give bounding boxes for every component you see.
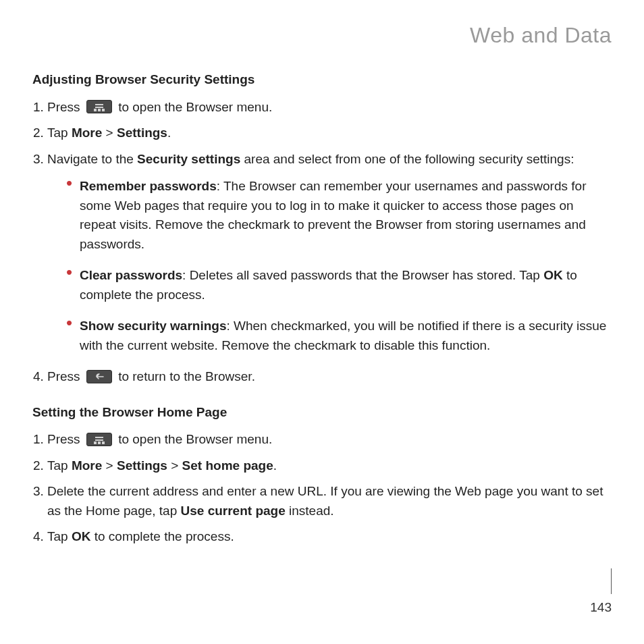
text: area and select from one of the followin… [240,152,574,166]
text: > [102,126,117,140]
page-number: 143 [590,598,612,618]
bullet-item: Remember passwords: The Browser can reme… [66,177,612,254]
label-ok: OK [543,268,563,282]
label-more: More [72,126,102,140]
text: Navigate to the [47,152,137,166]
label-settings: Settings [117,126,167,140]
bullet-item: Clear passwords: Deletes all saved passw… [66,266,612,304]
step-item: Press to open the Browser menu. [47,430,612,450]
text: Tap [47,126,72,140]
step-item: Press to open the Browser menu. [47,98,612,117]
label-set-home-page: Set home page [182,458,273,473]
text: . [167,126,171,140]
step-item: Tap OK to complete the process. [47,527,612,547]
text: instead. [286,504,334,518]
back-key-icon [86,370,112,383]
label-ok: OK [72,529,91,543]
label-use-current-page: Use current page [181,504,286,518]
label-more: More [72,458,102,473]
steps-list-security: Press to open the Browser menu. Tap More… [32,98,612,387]
text: to complete the process. [90,529,234,543]
bullet-item: Show security warnings: When checkmarked… [66,317,612,355]
text: Press [47,369,84,383]
text: Tap [47,529,72,543]
manual-page: Web and Data Adjusting Browser Security … [0,0,644,644]
text: Press [47,100,84,114]
section-heading-homepage: Setting the Browser Home Page [32,403,612,423]
text: : Deletes all saved passwords that the B… [182,268,543,282]
text: Tap [47,458,72,473]
menu-key-icon [86,433,112,446]
text: to open the Browser menu. [118,432,272,446]
bullet-label: Show security warnings [80,319,227,333]
text: . [273,458,277,473]
text: Press [47,432,84,446]
label-settings: Settings [117,458,167,473]
step-item: Tap More > Settings. [47,124,612,143]
section-heading-security: Adjusting Browser Security Settings [32,70,612,90]
menu-key-icon [86,100,112,113]
text: to return to the Browser. [118,369,255,383]
step-item: Navigate to the Security settings area a… [47,150,612,356]
step-item: Tap More > Settings > Set home page. [47,456,612,476]
text: to open the Browser menu. [118,100,272,114]
text: > [167,458,182,473]
label-security-settings: Security settings [137,152,240,166]
page-rule [611,568,612,594]
steps-list-homepage: Press to open the Browser menu. Tap More… [32,430,612,547]
step-item: Delete the current address and enter a n… [47,482,612,520]
bullet-label: Remember passwords [80,179,217,193]
page-title: Web and Data [32,19,612,51]
bullet-list: Remember passwords: The Browser can reme… [66,177,612,355]
text: > [102,458,117,473]
step-item: Press to return to the Browser. [47,367,612,387]
bullet-label: Clear passwords [80,268,182,282]
